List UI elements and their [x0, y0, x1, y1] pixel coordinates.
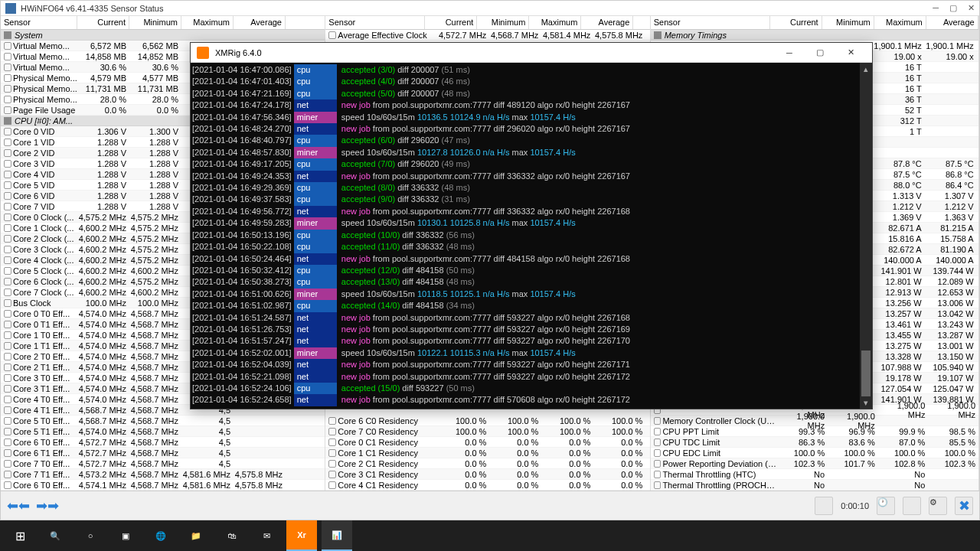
- log-line: [2021-01-04 16:49:59.283] miner speed 10…: [192, 217, 871, 229]
- log-line: [2021-01-04 16:47:21.169] cpu accepted (…: [192, 88, 871, 99]
- table-row[interactable]: Core 0 C1 Residency 0.0 % 0.0 % 0.0 % 0.…: [325, 437, 649, 448]
- xmrig-titlebar[interactable]: XMRig 6.4.0 ─ ▢ ✕: [191, 43, 872, 63]
- table-row[interactable]: Thermal Throttling (PROCHO... No No: [651, 480, 978, 491]
- edge-icon[interactable]: 🌐: [145, 520, 176, 551]
- table-row[interactable]: Core 4 C1 Residency 0.0 % 0.0 % 0.0 % 0.…: [325, 480, 649, 491]
- table-row[interactable]: Thermal Throttling (HTC) No No: [651, 469, 978, 480]
- log-line: [2021-01-04 16:50:22.108] cpu accepted (…: [192, 241, 871, 253]
- log-line: [2021-01-04 16:52:04.039] net new job fr…: [192, 359, 871, 370]
- task-view-icon[interactable]: ▣: [110, 520, 141, 551]
- row-icon: [4, 246, 11, 253]
- table-row[interactable]: Core 2 C1 Residency 0.0 % 0.0 % 0.0 % 0.…: [325, 458, 649, 469]
- table-row[interactable]: CPU PPT Limit 99.3 % 96.9 % 99.9 % 98.5 …: [651, 426, 978, 437]
- row-icon: [4, 149, 11, 157]
- col-current[interactable]: Current: [77, 16, 129, 29]
- mail-icon[interactable]: ✉: [251, 520, 282, 551]
- column-header[interactable]: Sensor Current Minimum Maximum Average: [1, 16, 325, 30]
- column-header[interactable]: Sensor Current Minimum Maximum Average: [325, 16, 649, 30]
- log-line: [2021-01-04 16:49:29.369] cpu accepted (…: [192, 182, 871, 194]
- close-footer-icon[interactable]: ✖: [955, 497, 973, 515]
- log-line: [2021-01-04 16:47:56.346] miner speed 10…: [192, 112, 871, 123]
- row-icon: [4, 385, 11, 393]
- table-row[interactable]: Power Reporting Deviation (A... 102.3 % …: [651, 458, 978, 469]
- table-row[interactable]: Average Effective Clock 4,572.7 MHz 4,56…: [325, 30, 649, 41]
- explorer-icon[interactable]: 📁: [181, 520, 211, 551]
- minimize-icon[interactable]: ─: [933, 3, 939, 13]
- minimize-icon[interactable]: ─: [774, 43, 805, 63]
- log-line: [2021-01-04 16:48:57.830] miner speed 10…: [192, 147, 871, 158]
- log-line: [2021-01-04 16:51:26.753] net new job fr…: [192, 324, 871, 335]
- row-icon: [4, 289, 11, 296]
- row-icon: [4, 74, 11, 82]
- table-row[interactable]: CPU TDC Limit 86.3 % 83.6 % 87.0 % 85.5 …: [651, 437, 978, 448]
- table-row[interactable]: Core 6 T0 Eff... 4,572.7 MHz 4,568.7 MHz…: [1, 437, 325, 448]
- start-button[interactable]: ⊞: [5, 520, 35, 551]
- hwinfo-titlebar[interactable]: HWiNFO64 v6.41-4335 Sensor Status ─ ▢ ✕: [1, 1, 979, 16]
- table-row[interactable]: Core 6 T1 Eff... 4,572.7 MHz 4,568.7 MHz…: [1, 448, 325, 458]
- row-icon: [4, 267, 11, 275]
- log-line: [2021-01-04 16:49:37.583] cpu accepted (…: [192, 194, 871, 205]
- hwinfo-footer: ⬅⬅ ➡➡ 0:00:10 🕐 ⚙ ✖: [1, 491, 979, 520]
- scroll-thumb[interactable]: [861, 350, 871, 396]
- row-icon: [4, 85, 11, 93]
- cortana-icon[interactable]: ○: [75, 520, 106, 551]
- row-icon: [4, 53, 11, 60]
- section-memory-timings[interactable]: Memory Timings: [651, 30, 978, 41]
- maximize-icon[interactable]: ▢: [805, 43, 835, 63]
- row-icon: [4, 406, 11, 414]
- log-line: [2021-01-04 16:51:57.247] net new job fr…: [192, 335, 871, 347]
- log-line: [2021-01-04 16:47:24.178] net new job fr…: [192, 99, 871, 111]
- row-icon: [4, 331, 11, 339]
- nav-fwd-icon[interactable]: ➡➡: [36, 497, 59, 514]
- close-icon[interactable]: ✕: [968, 3, 975, 13]
- row-icon: [328, 471, 336, 478]
- table-row[interactable]: Core 6 C0 Residency 100.0 % 100.0 % 100.…: [325, 416, 649, 426]
- row-icon: [328, 417, 336, 425]
- scroll-down-icon[interactable]: ▾: [860, 396, 872, 409]
- table-row[interactable]: Core 3 C1 Residency 0.0 % 0.0 % 0.0 % 0.…: [325, 469, 649, 480]
- col-avg[interactable]: Average: [234, 16, 286, 29]
- table-row[interactable]: CPU EDC Limit 100.0 % 100.0 % 100.0 % 10…: [651, 448, 978, 458]
- row-icon: [4, 64, 11, 71]
- row-icon: [4, 396, 11, 403]
- maximize-icon[interactable]: ▢: [949, 3, 957, 13]
- col-max[interactable]: Maximum: [181, 16, 234, 29]
- table-row[interactable]: Core 1 C1 Residency 0.0 % 0.0 % 0.0 % 0.…: [325, 448, 649, 458]
- row-icon: [4, 364, 11, 371]
- row-icon: [4, 299, 11, 307]
- table-row[interactable]: Core 5 T0 Eff... 4,568.7 MHz 4,568.7 MHz…: [1, 416, 325, 426]
- taskbar[interactable]: ⊞ 🔍 ○ ▣ 🌐 📁 🛍 ✉ Xr 📊: [0, 520, 980, 551]
- xmrig-icon: [197, 47, 209, 59]
- gear-icon[interactable]: ⚙: [929, 497, 947, 515]
- terminal-output[interactable]: [2021-01-04 16:47:00.086] cpu accepted (…: [191, 63, 872, 409]
- row-icon: [4, 235, 11, 243]
- table-row[interactable]: Core 6 T0 Eff... 4,574.1 MHz 4,568.7 MHz…: [1, 480, 325, 491]
- row-icon: [4, 139, 11, 146]
- section-header[interactable]: System: [1, 30, 325, 41]
- col-min[interactable]: Minimum: [129, 16, 181, 29]
- timer: 0:00:10: [841, 501, 869, 510]
- tool-icon[interactable]: [815, 497, 833, 515]
- table-row[interactable]: Core 7 T1 Eff... 4,573.2 MHz 4,568.7 MHz…: [1, 469, 325, 480]
- column-header[interactable]: Sensor Current Minimum Maximum Average: [651, 16, 978, 30]
- xmrig-title: XMRig 6.4.0: [215, 48, 262, 57]
- search-icon[interactable]: 🔍: [40, 520, 70, 551]
- store-icon[interactable]: 🛍: [216, 520, 247, 551]
- col-sensor[interactable]: Sensor: [1, 16, 77, 29]
- scrollbar[interactable]: ▴ ▾: [860, 63, 872, 409]
- row-icon: [654, 439, 662, 446]
- table-row[interactable]: Core 7 C0 Residency 100.0 % 100.0 % 100.…: [325, 426, 649, 437]
- row-icon: [654, 460, 662, 468]
- row-icon: [328, 31, 336, 39]
- clock-icon[interactable]: 🕐: [877, 497, 895, 515]
- xmrig-taskbar-icon[interactable]: Xr: [286, 520, 317, 551]
- row-icon: [4, 128, 11, 135]
- table-row[interactable]: Core 5 T1 Eff... 4,574.0 MHz 4,568.7 MHz…: [1, 426, 325, 437]
- scroll-up-icon[interactable]: ▴: [860, 63, 872, 75]
- close-icon[interactable]: ✕: [835, 43, 866, 63]
- log-icon[interactable]: [903, 497, 921, 515]
- row-icon: [4, 278, 11, 285]
- nav-back-icon[interactable]: ⬅⬅: [7, 497, 30, 514]
- hwinfo-taskbar-icon[interactable]: 📊: [322, 520, 352, 551]
- table-row[interactable]: Core 7 T0 Eff... 4,572.7 MHz 4,568.7 MHz…: [1, 458, 325, 469]
